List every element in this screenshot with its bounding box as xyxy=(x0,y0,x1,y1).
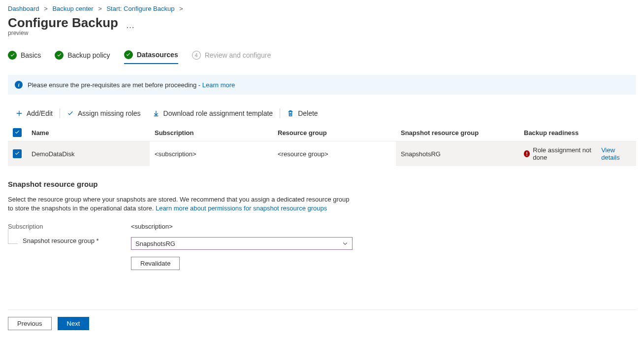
readiness-text: Role assignment not done xyxy=(533,146,598,161)
step-number-icon: 4 xyxy=(192,51,201,60)
cell-subscription: <subscription> xyxy=(150,141,273,167)
breadcrumb: Dashboard > Backup center > Start: Confi… xyxy=(8,5,636,12)
check-circle-icon xyxy=(8,51,17,60)
error-icon: ! xyxy=(524,150,530,157)
cell-resource-group: <resource group> xyxy=(273,141,396,167)
info-banner: i Please ensure the pre-requisites are m… xyxy=(8,75,636,95)
col-subscription: Subscription xyxy=(150,124,273,141)
row-checkbox[interactable] xyxy=(13,149,22,158)
more-icon[interactable]: … xyxy=(126,20,136,30)
page-title: Configure Backup xyxy=(8,15,118,31)
table-row[interactable]: DemoDataDisk <subscription> <resource gr… xyxy=(8,141,636,167)
wizard-stepper: Basics Backup policy Datasources 4 Revie… xyxy=(8,50,636,64)
info-learn-more-link[interactable]: Learn more xyxy=(202,81,235,89)
step-label: Backup policy xyxy=(67,51,110,59)
snapshot-section-desc: Select the resource group where your sna… xyxy=(8,195,353,213)
select-all-checkbox[interactable] xyxy=(13,128,22,137)
chevron-down-icon xyxy=(342,240,348,246)
subscription-label: Subscription xyxy=(8,223,131,230)
col-resource-group: Resource group xyxy=(273,124,396,141)
separator xyxy=(280,108,280,118)
delete-button[interactable]: Delete xyxy=(281,107,323,119)
step-label: Datasources xyxy=(137,51,178,59)
cell-name: DemoDataDisk xyxy=(27,141,150,167)
breadcrumb-backupcenter[interactable]: Backup center xyxy=(52,5,93,12)
select-value: SnapshotsRG xyxy=(135,240,175,247)
breadcrumb-start-configure[interactable]: Start: Configure Backup xyxy=(106,5,174,12)
add-edit-button[interactable]: Add/Edit xyxy=(10,107,59,119)
plus-icon xyxy=(16,110,23,117)
check-circle-icon xyxy=(124,50,133,59)
wizard-footer: Previous Next xyxy=(8,309,636,330)
separator xyxy=(60,108,60,118)
step-label: Review and configure xyxy=(205,51,271,59)
col-readiness: Backup readiness xyxy=(519,124,636,141)
trash-icon xyxy=(287,110,294,117)
button-label: Assign missing roles xyxy=(78,109,141,117)
check-circle-icon xyxy=(55,51,64,60)
breadcrumb-dashboard[interactable]: Dashboard xyxy=(8,5,39,12)
col-snapshot-rg: Snapshot resource group xyxy=(396,124,519,141)
revalidate-button[interactable]: Revalidate xyxy=(131,257,180,270)
page-subtitle: preview xyxy=(8,30,636,36)
previous-button[interactable]: Previous xyxy=(8,317,52,330)
next-button[interactable]: Next xyxy=(58,317,90,330)
snapshot-section-title: Snapshot resource group xyxy=(8,180,636,188)
button-label: Download role assignment template xyxy=(163,109,273,117)
checkmark-icon xyxy=(67,110,74,117)
step-label: Basics xyxy=(21,51,41,59)
datasource-table: Name Subscription Resource group Snapsho… xyxy=(8,124,636,166)
cell-snapshot-rg: SnapshotsRG xyxy=(396,141,519,167)
cell-readiness: ! Role assignment not done View details xyxy=(519,141,636,167)
step-review: 4 Review and configure xyxy=(192,51,271,64)
download-template-button[interactable]: Download role assignment template xyxy=(147,107,279,119)
button-label: Delete xyxy=(298,109,318,117)
download-icon xyxy=(153,110,160,117)
subscription-value: <subscription> xyxy=(131,223,173,230)
col-name: Name xyxy=(27,124,150,141)
assign-roles-button[interactable]: Assign missing roles xyxy=(61,107,147,119)
button-label: Add/Edit xyxy=(27,109,53,117)
snapshot-rg-select[interactable]: SnapshotsRG xyxy=(131,237,353,250)
info-text: Please ensure the pre-requisites are met… xyxy=(28,81,235,89)
view-details-link[interactable]: View details xyxy=(601,146,631,161)
snapshot-rg-label: Snapshot resource group * xyxy=(23,237,99,244)
page-header: Configure Backup … preview xyxy=(8,15,636,36)
chevron-right-icon: > xyxy=(98,5,102,12)
datasource-toolbar: Add/Edit Assign missing roles Download r… xyxy=(8,104,636,122)
chevron-right-icon: > xyxy=(179,5,183,12)
snapshot-learn-more-link[interactable]: Learn more about permissions for snapsho… xyxy=(156,205,327,212)
tree-line-icon xyxy=(8,229,18,244)
chevron-right-icon: > xyxy=(44,5,48,12)
step-basics[interactable]: Basics xyxy=(8,51,41,64)
step-datasources[interactable]: Datasources xyxy=(124,50,178,64)
info-icon: i xyxy=(15,81,23,89)
step-backup-policy[interactable]: Backup policy xyxy=(55,51,110,64)
